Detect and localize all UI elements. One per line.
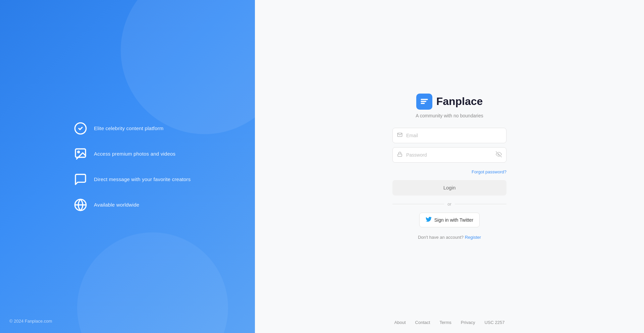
email-group xyxy=(392,128,506,143)
toggle-password-icon[interactable] xyxy=(496,151,502,159)
footer-contact-link[interactable]: Contact xyxy=(415,320,430,325)
twitter-button-label: Sign in with Twitter xyxy=(434,217,473,223)
password-group xyxy=(392,147,506,163)
password-wrapper xyxy=(392,147,506,163)
tagline: A community with no boundaries xyxy=(416,113,483,118)
feature-worldwide: Available worldwide xyxy=(74,198,255,212)
globe-icon xyxy=(74,198,87,212)
feature-worldwide-text: Available worldwide xyxy=(94,202,139,208)
footer-privacy-link[interactable]: Privacy xyxy=(461,320,475,325)
right-panel: Fanplace A community with no boundaries xyxy=(255,0,644,333)
forgot-password-area: Forgot password? xyxy=(392,169,506,175)
register-link[interactable]: Register xyxy=(465,235,481,240)
photos-icon xyxy=(74,147,87,161)
twitter-icon xyxy=(426,216,432,223)
feature-elite-text: Elite celebrity content platform xyxy=(94,125,163,131)
lock-icon xyxy=(397,152,402,158)
chat-icon xyxy=(74,173,87,186)
email-input[interactable] xyxy=(392,128,506,143)
footer-about-link[interactable]: About xyxy=(394,320,406,325)
check-circle-icon xyxy=(74,122,87,135)
divider-text: or xyxy=(447,202,451,207)
register-prompt: Don't have an account? xyxy=(418,235,464,240)
login-button[interactable]: Login xyxy=(392,180,506,196)
svg-point-2 xyxy=(78,151,79,153)
feature-access-text: Access premium photos and videos xyxy=(94,151,175,157)
svg-rect-5 xyxy=(421,99,428,100)
feature-message: Direct message with your favorite creato… xyxy=(74,173,255,186)
svg-rect-8 xyxy=(398,154,402,156)
login-container: Fanplace A community with no boundaries xyxy=(392,94,506,240)
feature-access: Access premium photos and videos xyxy=(74,147,255,161)
forgot-password-link[interactable]: Forgot password? xyxy=(472,169,506,174)
footer-usc-link[interactable]: USC 2257 xyxy=(484,320,504,325)
copyright: © 2024 Fanplace.com xyxy=(9,319,52,324)
footer: About Contact Terms Privacy USC 2257 xyxy=(255,320,644,325)
feature-elite: Elite celebrity content platform xyxy=(74,122,255,135)
password-input[interactable] xyxy=(392,147,506,163)
logo-svg xyxy=(420,97,429,106)
app-logo-icon xyxy=(416,94,432,110)
app-name: Fanplace xyxy=(436,95,483,108)
register-area: Don't have an account? Register xyxy=(418,235,481,240)
logo-area: Fanplace xyxy=(416,94,483,110)
svg-rect-7 xyxy=(421,103,425,104)
features-container: Elite celebrity content platform Access … xyxy=(0,122,255,212)
email-icon xyxy=(397,132,402,139)
footer-terms-link[interactable]: Terms xyxy=(439,320,451,325)
feature-message-text: Direct message with your favorite creato… xyxy=(94,176,191,182)
twitter-signin-button[interactable]: Sign in with Twitter xyxy=(419,213,480,227)
svg-rect-6 xyxy=(421,101,426,102)
svg-rect-1 xyxy=(75,149,86,157)
email-wrapper xyxy=(392,128,506,143)
feature-list: Elite celebrity content platform Access … xyxy=(74,122,255,212)
divider: or xyxy=(392,202,506,207)
left-panel: Elite celebrity content platform Access … xyxy=(0,0,255,333)
